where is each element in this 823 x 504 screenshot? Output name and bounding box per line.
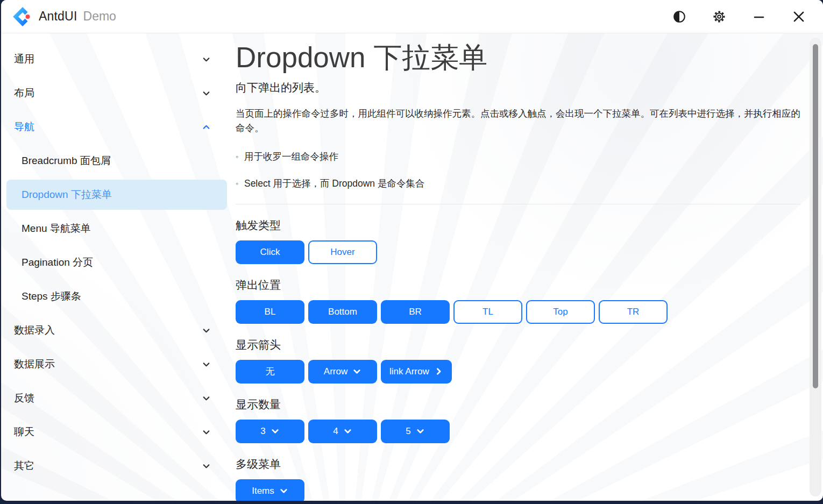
main-content: Dropdown 下拉菜单 向下弹出的列表。 当页面上的操作命令过多时，用此组件… — [232, 34, 806, 501]
title-bar: AntdUI Demo — [1, 0, 823, 33]
sidebar-item-dropdown[interactable]: Dropdown 下拉菜单 — [6, 180, 227, 210]
sidebar-group-label: 数据展示 — [14, 357, 55, 371]
sidebar-group-chat[interactable]: 聊天 — [6, 417, 227, 447]
button-label: Items — [252, 486, 274, 496]
sidebar-item-label: Dropdown 下拉菜单 — [22, 188, 112, 202]
br-button[interactable]: BR — [381, 300, 450, 324]
items-button[interactable]: Items — [236, 479, 304, 501]
click-button[interactable]: Click — [236, 240, 304, 264]
chevron-right-icon — [434, 367, 443, 376]
bl-button[interactable]: BL — [236, 300, 304, 324]
chevron-down-icon — [343, 427, 352, 436]
theme-half-circle-icon — [672, 10, 686, 24]
button-label: link Arrow — [389, 366, 429, 377]
bullet-list: ◦用于收罗一组命令操作◦Select 用于选择，而 Dropdown 是命令集合 — [236, 150, 806, 190]
sidebar-group-layout[interactable]: 布局 — [6, 78, 227, 108]
section-heading: 显示箭头 — [236, 337, 806, 352]
section: 弹出位置BLBottomBRTLTopTR — [236, 278, 806, 324]
settings-button[interactable] — [707, 4, 732, 29]
minimize-button[interactable] — [747, 4, 771, 29]
tr-button[interactable]: TR — [599, 300, 668, 324]
tl-button[interactable]: TL — [453, 300, 522, 324]
chevron-down-icon — [202, 394, 211, 403]
button-label: 4 — [333, 426, 338, 437]
sidebar-group-navigation[interactable]: 导航 — [6, 112, 227, 142]
section-heading: 多级菜单 — [236, 457, 806, 472]
sidebar-item-menu[interactable]: Menu 导航菜单 — [6, 214, 227, 244]
sidebar-group-general[interactable]: 通用 — [6, 44, 227, 74]
button-label: Hover — [330, 247, 354, 258]
button-label: Arrow — [324, 366, 347, 377]
sidebar-group-label: 反馈 — [14, 391, 34, 405]
button-row: ClickHover — [236, 240, 806, 264]
sidebar-group-label: 布局 — [14, 86, 34, 100]
page-subtitle: 向下弹出的列表。 — [236, 80, 806, 95]
button-label: 5 — [406, 426, 410, 437]
minimize-icon — [753, 10, 765, 23]
theme-toggle-button[interactable] — [667, 4, 692, 29]
sidebar-item-label: Menu 导航菜单 — [22, 222, 91, 236]
bullet-item: ◦用于收罗一组命令操作 — [236, 150, 806, 163]
top-button[interactable]: Top — [526, 300, 595, 324]
sidebar-group-label: 聊天 — [14, 425, 34, 439]
gear-icon — [712, 10, 726, 24]
bullet-marker: ◦ — [236, 180, 238, 187]
chevron-down-icon — [202, 326, 211, 335]
app-window: AntdUI Demo 通 — [1, 0, 823, 501]
page-description: 当页面上的操作命令过多时，用此组件可以收纳操作元素。点击或移入触点，会出现一个下… — [236, 107, 800, 136]
count-5-button[interactable]: 5 — [381, 420, 450, 443]
chevron-down-icon — [202, 428, 211, 437]
antdui-logo-icon — [13, 7, 32, 26]
button-row: 345 — [236, 420, 806, 443]
none-arrow-button[interactable]: 无 — [236, 360, 304, 384]
chevron-down-icon — [202, 89, 211, 98]
button-label: Click — [260, 247, 280, 258]
divider — [236, 204, 800, 204]
app-title-suffix: Demo — [83, 9, 116, 24]
button-label: 无 — [266, 365, 275, 378]
hover-button[interactable]: Hover — [308, 240, 377, 264]
sidebar: 通用布局导航Breadcrumb 面包屑Dropdown 下拉菜单Menu 导航… — [1, 34, 232, 501]
chevron-down-icon — [416, 427, 425, 436]
link-arrow-button[interactable]: link Arrow — [381, 360, 452, 384]
sidebar-group-data-display[interactable]: 数据展示 — [6, 349, 227, 379]
sidebar-group-other[interactable]: 其它 — [6, 451, 227, 481]
bullet-marker: ◦ — [236, 153, 238, 160]
button-label: Bottom — [328, 307, 357, 317]
chevron-down-icon — [202, 360, 211, 369]
sidebar-group-label: 数据录入 — [14, 323, 55, 337]
section: 触发类型ClickHover — [236, 218, 806, 264]
sidebar-group-label: 导航 — [14, 120, 34, 134]
bullet-item: ◦Select 用于选择，而 Dropdown 是命令集合 — [236, 177, 806, 190]
button-label: BR — [409, 307, 422, 317]
bottom-button[interactable]: Bottom — [308, 300, 377, 324]
count-4-button[interactable]: 4 — [308, 420, 377, 443]
chevron-down-icon — [352, 367, 361, 376]
section-heading: 显示数量 — [236, 397, 806, 412]
count-3-button[interactable]: 3 — [236, 420, 304, 443]
section-heading: 弹出位置 — [236, 278, 806, 293]
bullet-text: Select 用于选择，而 Dropdown 是命令集合 — [244, 177, 425, 190]
chevron-down-icon — [279, 486, 288, 495]
sidebar-item-breadcrumb[interactable]: Breadcrumb 面包屑 — [6, 146, 227, 176]
sidebar-item-pagination[interactable]: Pagination 分页 — [6, 247, 227, 278]
sidebar-group-label: 通用 — [14, 52, 34, 66]
chevron-down-icon — [202, 462, 211, 471]
button-label: TR — [627, 307, 640, 317]
app-title: AntdUI — [39, 9, 77, 24]
sidebar-item-label: Breadcrumb 面包屑 — [22, 154, 111, 168]
button-label: 3 — [260, 426, 265, 437]
scrollbar-thumb[interactable] — [813, 44, 818, 388]
close-button[interactable] — [786, 4, 811, 29]
sidebar-group-data-entry[interactable]: 数据录入 — [6, 315, 227, 345]
bullet-text: 用于收罗一组命令操作 — [244, 150, 338, 163]
sidebar-item-label: Steps 步骤条 — [22, 289, 81, 303]
button-label: Top — [553, 307, 567, 317]
button-row: Items — [236, 479, 806, 501]
arrow-button[interactable]: Arrow — [308, 360, 377, 384]
chevron-down-icon — [202, 55, 211, 64]
section: 显示数量345 — [236, 397, 806, 443]
sidebar-group-feedback[interactable]: 反馈 — [6, 383, 227, 413]
sidebar-item-steps[interactable]: Steps 步骤条 — [6, 281, 227, 311]
scrollbar-track[interactable] — [810, 38, 821, 496]
